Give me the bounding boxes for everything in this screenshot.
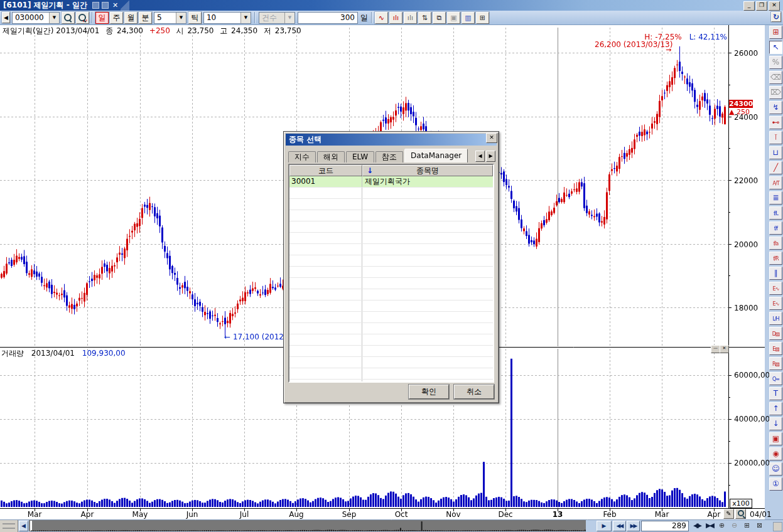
- elliott-wave-icon[interactable]: E∿: [769, 282, 782, 295]
- period-button-분[interactable]: 분: [139, 12, 152, 24]
- new-chart-window-icon-button[interactable]: ▥: [462, 12, 475, 24]
- capture-chart-icon-button[interactable]: ▣: [447, 12, 460, 24]
- dialog-tab-해외[interactable]: 해외: [317, 151, 345, 162]
- refresh-button[interactable]: ↻: [771, 12, 781, 22]
- chart-grid-icon[interactable]: ⊞: [741, 521, 753, 531]
- zoom-out-icon[interactable]: ⊖: [728, 521, 740, 531]
- page-forward-button[interactable]: ▶▶: [627, 521, 640, 531]
- circle-tool-icon[interactable]: ◉: [769, 447, 782, 460]
- dialog-tab-DataManager[interactable]: DataManager: [404, 149, 468, 162]
- period-button-월[interactable]: 월: [124, 12, 138, 24]
- pointer-tool-icon[interactable]: ↖: [769, 41, 782, 54]
- linked-chart-icon[interactable]: ⊞: [769, 26, 782, 39]
- splitter-handle[interactable]: [0, 520, 18, 532]
- volume-pane-close-button[interactable]: ✕: [720, 345, 729, 353]
- search-button[interactable]: [62, 12, 75, 24]
- fibonacci-retracement-icon[interactable]: f/R: [769, 252, 782, 265]
- percent-measure-icon[interactable]: %: [769, 56, 782, 69]
- vertical-line-icon[interactable]: ⊺: [769, 131, 782, 144]
- pattern-r-icon[interactable]: R▨: [769, 357, 782, 370]
- trend-line-icon[interactable]: ↯: [769, 101, 782, 114]
- minimize-button[interactable]: _: [743, 1, 755, 11]
- parallel-lines-icon[interactable]: ∥: [769, 267, 782, 280]
- collapse-left-button[interactable]: ◀: [2, 12, 10, 23]
- angle-text-icon[interactable]: A/T: [769, 176, 782, 189]
- dialog-close-button[interactable]: ✕: [486, 133, 497, 143]
- chevron-down-icon: ▼: [284, 13, 294, 23]
- low-high-marker-icon[interactable]: L/H: [769, 312, 782, 325]
- erase-all-icon[interactable]: ⌦: [769, 86, 782, 99]
- ok-button[interactable]: 확인: [409, 385, 449, 399]
- fibonacci-arc-icon[interactable]: f/a: [769, 237, 782, 250]
- arrow-down-marker-icon[interactable]: ↓: [769, 417, 782, 430]
- pattern-d-icon[interactable]: D▨: [769, 327, 782, 340]
- scroll-left-button[interactable]: ◀: [19, 521, 28, 531]
- tab-scroll-left-button[interactable]: ◀: [475, 151, 485, 162]
- volume-pane-minimize-button[interactable]: —: [711, 345, 720, 353]
- empty-row: [289, 380, 493, 383]
- search-recent-button[interactable]: [76, 12, 89, 24]
- symbol-date-label: 제일기획(일간) 2013/04/01: [3, 26, 99, 35]
- number-marker-icon[interactable]: ①: [769, 477, 782, 491]
- period-button-주[interactable]: 주: [110, 12, 123, 24]
- close-tab-icon[interactable]: ✕: [112, 1, 118, 10]
- tab-scroll-right-button[interactable]: ▶: [486, 151, 495, 162]
- pattern-e-icon[interactable]: E▨: [769, 342, 782, 355]
- title-bar: [6101] 제일기획 - 일간 ✕ _ ❐ ✕: [0, 0, 783, 11]
- tick-button[interactable]: 틱: [188, 12, 202, 24]
- close-button[interactable]: ✕: [769, 1, 780, 11]
- stock-row-30001[interactable]: 30001제일기획국가: [289, 176, 493, 188]
- restore-button[interactable]: ❐: [756, 1, 767, 11]
- zoom-mode-button[interactable]: [735, 509, 746, 519]
- sort-order-icon-button[interactable]: ⇅: [418, 12, 431, 24]
- fibonacci-line-icon[interactable]: f/L: [769, 206, 782, 220]
- chevron-down-icon[interactable]: ▼: [240, 13, 251, 23]
- close-pane-icon[interactable]: ⊠: [753, 521, 765, 531]
- rectangle-tool-icon[interactable]: ▣: [769, 432, 782, 445]
- empty-row: [289, 278, 493, 289]
- stock-code-combo[interactable]: 030000 ▼: [12, 12, 60, 24]
- chevron-down-icon[interactable]: ▼: [176, 13, 186, 23]
- tick-count-combo[interactable]: 10 ▼: [203, 12, 251, 24]
- multi-line-icon[interactable]: ≣: [769, 191, 782, 205]
- visible-bars-input[interactable]: 289: [641, 521, 689, 531]
- pencil-icon: ✎: [726, 510, 731, 517]
- bar-chart-style-icon: ılı: [393, 14, 399, 22]
- dialog-title-bar[interactable]: 종목 선택: [286, 134, 497, 146]
- bar-chart-style-icon-button[interactable]: ılı: [389, 12, 402, 24]
- expand-bars-icon[interactable]: ◀▶: [691, 521, 703, 531]
- bars-count-input[interactable]: 300: [298, 12, 358, 24]
- text-tool-icon[interactable]: T: [769, 387, 782, 400]
- dialog-tab-참조[interactable]: 참조: [375, 151, 403, 162]
- line-chart-style-icon-button[interactable]: ∿: [375, 12, 388, 24]
- page-back-button[interactable]: ◀◀: [613, 521, 626, 531]
- dialog-tab-ELW[interactable]: ELW: [346, 151, 374, 162]
- column-header-코드[interactable]: 코드: [289, 165, 362, 176]
- elliott-wave-alt-icon[interactable]: E∿: [769, 297, 782, 310]
- dialog-title: 종목 선택: [289, 135, 321, 144]
- data-grid-icon-button[interactable]: ⊞: [476, 12, 489, 24]
- diagonal-line-icon[interactable]: ╱: [769, 161, 782, 174]
- erase-one-icon[interactable]: ⌫: [769, 71, 782, 84]
- volume-style-icon-button[interactable]: ılı: [404, 12, 417, 24]
- resize-grip[interactable]: [773, 522, 782, 531]
- arrow-up-marker-icon[interactable]: ↑: [769, 402, 782, 415]
- trough-text: 17,100 (2012/0: [233, 332, 291, 341]
- zoom-in-icon[interactable]: ⊕: [716, 521, 728, 531]
- cancel-button[interactable]: 취소: [454, 385, 494, 399]
- column-header-종목명[interactable]: 종목명↓: [362, 165, 493, 176]
- count-label: 건수: [259, 13, 284, 23]
- copy-chart-icon-button[interactable]: ⧉: [433, 12, 446, 24]
- period-button-일[interactable]: 일: [95, 12, 109, 24]
- quote-note-icon[interactable]: Q≡: [769, 372, 782, 385]
- minute-combo[interactable]: 5 ▼: [154, 12, 186, 24]
- horizontal-line-icon[interactable]: ⊷: [769, 116, 782, 129]
- scroll-right-button[interactable]: ▶: [597, 521, 612, 531]
- draw-mode-button[interactable]: ✎: [723, 509, 734, 519]
- price-channel-icon[interactable]: ⊔: [769, 146, 782, 159]
- chevron-down-icon[interactable]: ▼: [49, 13, 59, 23]
- dialog-tab-지수[interactable]: 지수: [288, 151, 316, 162]
- smiley-tool-icon[interactable]: ☺: [769, 462, 782, 476]
- collapse-bars-icon[interactable]: ▶◀: [703, 521, 715, 531]
- fibonacci-fan-icon[interactable]: f/f: [769, 221, 782, 235]
